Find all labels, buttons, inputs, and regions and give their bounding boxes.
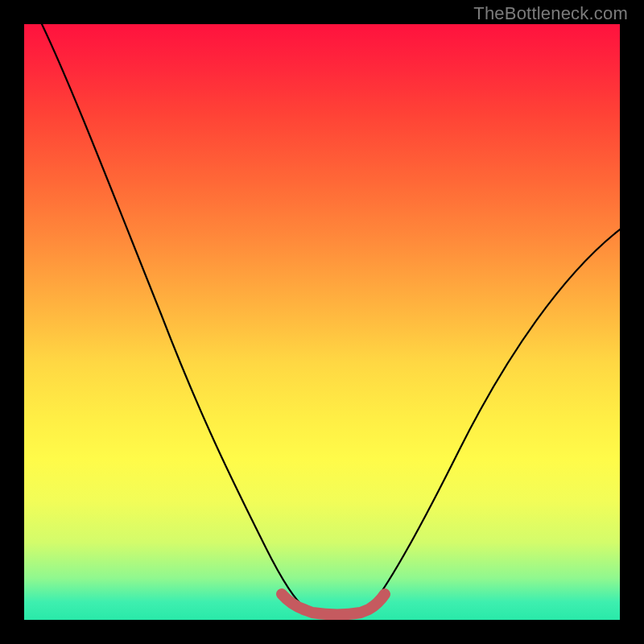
plot-area — [24, 24, 620, 620]
watermark-text: TheBottleneck.com — [473, 3, 628, 24]
flat-segment — [282, 594, 385, 615]
curve-layer — [24, 24, 620, 620]
bottleneck-curve — [42, 24, 620, 614]
chart-frame: TheBottleneck.com — [0, 0, 644, 644]
